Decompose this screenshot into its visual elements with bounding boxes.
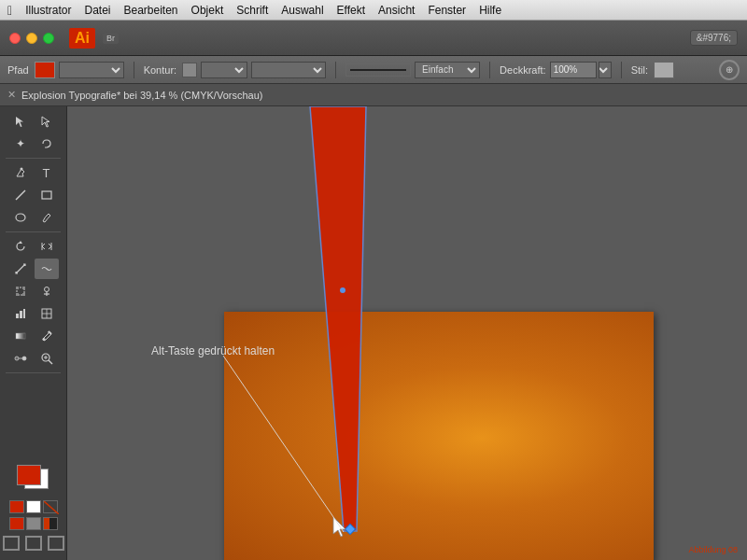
fill-color-swatch[interactable] <box>35 62 55 78</box>
svg-rect-6 <box>22 287 25 289</box>
fg-bg-swatches[interactable] <box>17 465 50 493</box>
fill-type-select[interactable] <box>59 62 124 78</box>
free-transform-tool[interactable] <box>8 281 33 301</box>
mode-swatch-2[interactable] <box>26 517 41 530</box>
opacity-mode-select[interactable] <box>599 62 612 78</box>
tool-row-11 <box>0 347 66 370</box>
close-button[interactable] <box>9 33 21 44</box>
mode-swatch-3[interactable] <box>43 517 58 530</box>
svg-rect-5 <box>16 287 19 289</box>
svg-rect-12 <box>23 309 25 318</box>
canvas-tool-3[interactable] <box>48 536 64 551</box>
tool-row-6 <box>0 235 66 258</box>
menubar:  Illustrator Datei Bearbeiten Objekt Sc… <box>0 0 747 21</box>
apple-menu[interactable]:  <box>7 3 12 18</box>
menu-bearbeiten[interactable]: Bearbeiten <box>124 4 178 17</box>
stroke-width-select[interactable] <box>251 62 326 78</box>
menu-objekt[interactable]: Objekt <box>191 4 224 17</box>
gradient-tool[interactable] <box>8 326 33 346</box>
menu-auswahl[interactable]: Auswahl <box>281 4 323 17</box>
menu-ansicht[interactable]: Ansicht <box>378 4 415 17</box>
svg-point-9 <box>44 287 49 292</box>
stroke-color-swatch[interactable] <box>182 63 197 77</box>
stil-section: Stil: <box>631 62 674 78</box>
tool-divider-2 <box>6 231 61 232</box>
tool-row-2: ✦ <box>0 133 66 155</box>
fg-color-swatch[interactable] <box>17 465 41 485</box>
warp-tool[interactable] <box>35 259 59 279</box>
type-tool[interactable]: T <box>35 162 59 183</box>
small-swatch-2[interactable] <box>26 500 41 513</box>
svg-rect-7 <box>16 293 19 296</box>
zoom-tool[interactable] <box>35 348 59 369</box>
menu-fenster[interactable]: Fenster <box>428 4 466 17</box>
scale-tool[interactable] <box>8 259 33 279</box>
reflect-tool[interactable] <box>35 236 59 257</box>
menu-hilfe[interactable]: Hilfe <box>479 4 501 17</box>
stroke-size-select[interactable] <box>201 62 247 78</box>
small-swatch-1[interactable] <box>9 500 24 513</box>
opacity-input[interactable] <box>550 62 597 78</box>
mode-swatch-1[interactable] <box>9 517 24 530</box>
svg-line-25 <box>44 501 59 514</box>
traffic-lights <box>9 33 54 44</box>
lasso-tool[interactable] <box>35 133 59 154</box>
stroke-preview <box>345 63 411 77</box>
tool-divider-1 <box>6 158 61 159</box>
rotate-tool[interactable] <box>8 236 33 257</box>
divider-1 <box>134 62 134 78</box>
extra-options-button[interactable]: ⊕ <box>719 60 740 80</box>
svg-line-1 <box>16 190 25 200</box>
magic-wand-tool[interactable]: ✦ <box>8 133 33 154</box>
small-swatch-3[interactable] <box>43 500 58 513</box>
stroke-type-select[interactable]: Einfach <box>415 62 480 78</box>
artboard[interactable] <box>224 312 654 560</box>
menu-effekt[interactable]: Effekt <box>337 4 365 17</box>
divider-2 <box>335 62 336 78</box>
svg-point-18 <box>15 357 19 360</box>
svg-point-19 <box>22 357 26 360</box>
svg-rect-16 <box>16 333 25 339</box>
mode-swatches <box>9 517 58 530</box>
svg-rect-8 <box>22 293 25 296</box>
line-tool[interactable] <box>8 185 33 205</box>
kontur-label: Kontur: <box>144 64 176 76</box>
canvas-tool-1[interactable] <box>3 536 20 551</box>
path-label: Pfad <box>7 64 29 76</box>
tool-row-7 <box>0 258 66 280</box>
main-area: ✦ T <box>0 106 747 560</box>
opacity-label: Deckkraft: <box>500 64 546 76</box>
svg-rect-11 <box>20 311 22 318</box>
symbol-tool[interactable] <box>35 281 59 301</box>
panel-toggle-button[interactable]: &#9776; <box>690 30 738 46</box>
minimize-button[interactable] <box>26 33 37 44</box>
left-toolbar: ✦ T <box>0 106 67 560</box>
direct-select-tool[interactable] <box>35 111 59 132</box>
pen-tool[interactable] <box>8 162 33 183</box>
divider-4 <box>621 62 622 78</box>
mesh-tool[interactable] <box>35 303 59 324</box>
rect-tool[interactable] <box>35 185 59 205</box>
extra-tools <box>3 536 64 551</box>
graph-tool[interactable] <box>8 303 33 324</box>
titlebar: Ai Br &#9776; <box>0 21 747 56</box>
style-preview[interactable] <box>654 62 674 78</box>
canvas-area[interactable]: Alt-Taste gedrückt halten Abbildung 08 <box>67 106 747 560</box>
tab-close-button[interactable]: ✕ <box>7 89 16 101</box>
menu-datei[interactable]: Datei <box>84 4 110 17</box>
tool-row-4 <box>0 184 66 206</box>
svg-rect-10 <box>16 314 19 318</box>
maximize-button[interactable] <box>43 33 54 44</box>
canvas-tool-2[interactable] <box>25 536 42 551</box>
menu-schrift[interactable]: Schrift <box>236 4 268 17</box>
select-tool[interactable] <box>8 111 33 132</box>
blend-tool[interactable] <box>8 348 33 369</box>
ellipse-tool[interactable] <box>8 207 33 228</box>
stil-label: Stil: <box>631 64 648 76</box>
eyedropper-tool[interactable] <box>35 326 59 346</box>
br-badge: Br <box>103 33 119 44</box>
pencil-tool[interactable] <box>35 207 59 228</box>
svg-point-0 <box>20 168 22 171</box>
tab-title: Explosion Typografie* bei 39,14 % (CMYK/… <box>21 90 262 101</box>
menu-illustrator[interactable]: Illustrator <box>25 4 71 17</box>
